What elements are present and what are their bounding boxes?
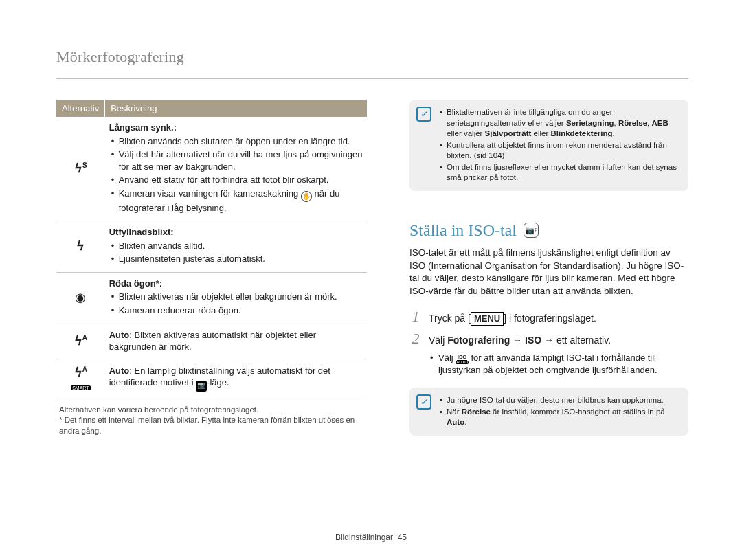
table-row: ◉ Röda ögon* Blixten aktiveras när objek… — [56, 272, 367, 324]
step-1: 1 Tryck på [MENU] i fotograferingsläget. — [409, 308, 688, 326]
red-eye-icon: ◉ — [56, 272, 105, 324]
flash-slow-sync-icon: ϟS — [56, 117, 105, 221]
menu-button-label: MENU — [471, 312, 504, 326]
list-item: Blixten aktiveras när objektet eller bak… — [109, 291, 363, 303]
th-beskrivning: Beskrivning — [105, 100, 367, 117]
note-item: Kontrollera att objektet finns inom reko… — [438, 140, 680, 161]
row-name: Långsam synk. — [109, 122, 177, 133]
table-row: ϟ Utfyllnadsblixt Blixten används alltid… — [56, 221, 367, 273]
flash-smart-auto-icon: ϟA SMART — [56, 359, 105, 399]
iso-heading: Ställa in ISO-tal 📷P — [409, 221, 688, 240]
note-box: ✓ Ju högre ISO-tal du väljer, desto mer … — [409, 388, 688, 436]
step-number: 2 — [409, 330, 422, 348]
table-row: ϟA SMART Auto: En lämplig blixtinställni… — [56, 359, 367, 399]
list-item: Kameran reducerar röda ögon. — [109, 304, 363, 317]
page-title: Mörkerfotografering — [56, 48, 688, 66]
row-name: Utfyllnadsblixt — [109, 227, 174, 237]
flash-auto-icon: ϟA — [56, 324, 105, 359]
th-alternativ: Alternativ — [56, 100, 105, 117]
mode-p-icon: 📷P — [524, 223, 539, 238]
step-2: 2 Välj Fotografering → ISO → ett alterna… — [409, 330, 688, 348]
iso-paragraph: ISO-talet är ett mått på filmens ljuskän… — [409, 247, 688, 299]
title-divider — [56, 78, 688, 79]
list-item: Ljusintensiteten justeras automatiskt. — [109, 253, 363, 265]
table-row: ϟA Auto: Blixten aktiveras automatiskt n… — [56, 324, 367, 359]
note-item: Blixtalternativen är inte tillgängliga o… — [438, 107, 680, 139]
step-number: 1 — [409, 308, 422, 326]
options-table: Alternativ Beskrivning ϟS Långsam synk. … — [56, 100, 367, 399]
info-icon: ✓ — [416, 394, 431, 410]
footnote: Alternativen kan variera beroende på fot… — [59, 405, 367, 416]
flash-fill-icon: ϟ — [56, 221, 105, 273]
footnote: * Det finns ett intervall mellan två bli… — [59, 415, 367, 436]
list-item: Blixten används alltid. — [109, 240, 363, 252]
shake-warning-icon: ✋ — [301, 191, 312, 202]
row-name: Röda ögon* — [109, 278, 162, 289]
camera-mode-icon: 📷 — [196, 381, 207, 392]
page-footer: Bildinställningar 45 — [0, 533, 742, 542]
note-item: När Rörelse är inställd, kommer ISO-hast… — [438, 407, 680, 428]
note-item: Ju högre ISO-tal du väljer, desto mer bi… — [438, 395, 680, 406]
note-item: Om det finns ljusreflexer eller mycket d… — [438, 162, 680, 183]
list-item: Använd ett stativ för att förhindra att … — [109, 174, 363, 186]
list-item: Välj det här alternativet när du vill ha… — [109, 148, 363, 172]
list-item: Blixten används och slutaren är öppen un… — [109, 135, 363, 148]
info-icon: ✓ — [416, 107, 431, 122]
step-2-sub: Välj ISOAUTO för att använda lämpligt IS… — [429, 352, 688, 377]
list-item: Kameran visar varningen för kameraskakni… — [109, 188, 363, 214]
table-row: ϟS Långsam synk. Blixten används och slu… — [56, 117, 367, 221]
note-box: ✓ Blixtalternativen är inte tillgängliga… — [409, 100, 688, 191]
iso-auto-icon: ISOAUTO — [456, 353, 469, 364]
